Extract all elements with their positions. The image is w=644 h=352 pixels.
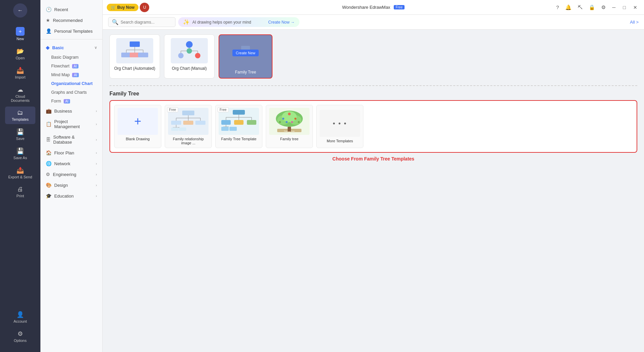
svg-rect-0	[130, 41, 140, 47]
toolbar-row: 🔍 ✨ AI drawing helps open your mind Crea…	[103, 15, 644, 30]
cloud-icon: ☁	[17, 86, 23, 93]
ft-card-family-rel[interactable]: Free	[165, 105, 212, 148]
ai-promo-text: AI drawing helps open your mind	[192, 20, 251, 25]
svg-rect-22	[182, 111, 194, 115]
sidebar-item-templates[interactable]: 🗂 Templates	[5, 107, 35, 124]
svg-point-54	[294, 118, 296, 120]
svg-point-15	[195, 53, 200, 58]
ft-card-family-tree-img[interactable]: Family Tree Family tree	[266, 105, 313, 148]
svg-point-55	[279, 121, 281, 123]
app-wrapper: ← ＋ New 📂 Open 📥 Import ☁ Cloud Document…	[0, 0, 644, 352]
sidebar-item-engineering[interactable]: ⚙ Engineering ›	[40, 169, 102, 180]
templates-icon: 🗂	[17, 109, 23, 116]
project-chevron-icon: ›	[96, 122, 97, 126]
toolbar-right: All >	[630, 20, 639, 25]
sidebar-item-save-as[interactable]: 💾 Save As	[5, 145, 35, 163]
engineering-chevron-icon: ›	[96, 172, 97, 176]
user-avatar[interactable]: U	[140, 3, 149, 12]
share-button[interactable]: ⛏	[576, 3, 585, 11]
sidebar-subitem-org-chart[interactable]: Organizational Chart	[40, 79, 102, 88]
personal-icon: 👤	[46, 28, 52, 34]
blank-preview: +	[118, 108, 158, 135]
recommended-icon: ★	[46, 18, 50, 23]
sidebar-item-import[interactable]: 📥 Import	[5, 64, 35, 82]
ai-promo-create-button[interactable]: Create Now →	[268, 20, 295, 25]
sidebar-item-floor-plan[interactable]: 🏠 Floor Plan ›	[40, 147, 102, 158]
second-sidebar: 🕐 Recent ★ Recommended 👤 Personal Templa…	[40, 0, 103, 352]
back-button[interactable]: ←	[13, 3, 27, 18]
svg-rect-8	[138, 53, 148, 57]
export-icon: 📤	[17, 167, 24, 174]
sidebar-item-design[interactable]: 🎨 Design ›	[40, 180, 102, 190]
sidebar-item-new[interactable]: ＋ New	[5, 24, 35, 43]
sidebar-item-basic[interactable]: ◆ Basic ∨	[40, 42, 102, 53]
svg-rect-42	[234, 120, 244, 125]
new-icon: ＋	[16, 27, 25, 36]
content-area: Org Chart (Automated)	[103, 30, 644, 352]
sidebar-item-recommended[interactable]: ★ Recommended	[40, 15, 102, 26]
search-box[interactable]: 🔍	[108, 17, 175, 27]
sidebar-item-print[interactable]: 🖨 Print	[5, 183, 35, 201]
ft-card-blank[interactable]: + Blank Drawing	[114, 105, 161, 148]
notification-button[interactable]: 🔔	[563, 3, 574, 12]
floor-plan-chevron-icon: ›	[96, 151, 97, 155]
templates-area: Org Chart (Automated)	[103, 30, 644, 166]
sidebar-item-account[interactable]: 👤 Account	[5, 308, 35, 326]
sidebar-subitem-graphs[interactable]: Graphs and Charts	[40, 88, 102, 97]
ai-badge-flowchart: AI	[72, 64, 78, 68]
top-templates-row: Org Chart (Automated)	[109, 34, 637, 79]
basic-icon: ◆	[46, 45, 50, 50]
sidebar-item-save[interactable]: 💾 Save	[5, 125, 35, 143]
template-card-family-tree[interactable]: Create New Family Tree	[219, 34, 272, 79]
svg-point-9	[186, 41, 193, 48]
design-icon: 🎨	[46, 182, 52, 188]
template-card-org-auto[interactable]: Org Chart (Automated)	[109, 34, 160, 79]
create-new-inner-button[interactable]: Create New	[232, 50, 259, 56]
org-manual-label: Org Chart (Manual)	[172, 66, 206, 71]
close-button[interactable]: ✕	[631, 3, 640, 11]
business-icon: 💼	[46, 108, 52, 114]
svg-rect-33	[171, 127, 179, 131]
import-icon: 📥	[17, 67, 24, 74]
sidebar-item-education[interactable]: 🎓 Education ›	[40, 190, 102, 201]
all-link[interactable]: All >	[630, 20, 639, 25]
sidebar-item-recent[interactable]: 🕐 Recent	[40, 4, 102, 15]
free-badge: Free	[394, 5, 405, 9]
sidebar-item-software-database[interactable]: 🗄 Software & Database ›	[40, 132, 102, 147]
sidebar-subitem-basic-diagram[interactable]: Basic Diagram	[40, 53, 102, 62]
sidebar-item-business[interactable]: 💼 Business ›	[40, 106, 102, 116]
sidebar-item-export[interactable]: 📤 Export & Send	[5, 164, 35, 182]
sidebar-item-options[interactable]: ⚙ Options	[5, 327, 35, 345]
ft-card-more[interactable]: • • • More Templates	[316, 105, 363, 148]
sidebar-item-project-management[interactable]: 📋 Project Management ›	[40, 116, 102, 132]
svg-rect-29	[183, 121, 193, 125]
ft-template-label: Family Tree Template	[221, 137, 257, 141]
account-icon: 👤	[17, 311, 24, 318]
sidebar-subitem-flowchart[interactable]: Flowchart AI	[40, 62, 102, 70]
design-chevron-icon: ›	[96, 183, 97, 187]
ft-card-ft-template[interactable]: Free	[215, 105, 262, 148]
svg-rect-43	[247, 120, 256, 125]
basic-chevron-icon: ∨	[94, 46, 97, 50]
sidebar-subitem-mind-map[interactable]: Mind Map AI	[40, 70, 102, 79]
lock-button[interactable]: 🔒	[587, 3, 597, 12]
settings-button[interactable]: ⚙	[599, 3, 608, 12]
maximize-button[interactable]: □	[620, 3, 629, 11]
ai-promo-banner[interactable]: ✨ AI drawing helps open your mind Create…	[178, 17, 299, 27]
free-tag-family-rel: Free	[167, 107, 178, 112]
svg-point-52	[288, 113, 291, 115]
search-input[interactable]	[121, 20, 168, 25]
sidebar-item-personal-templates[interactable]: 👤 Personal Templates	[40, 26, 102, 36]
help-button[interactable]: ?	[554, 3, 561, 11]
family-tree-templates-box: + Blank Drawing Free	[109, 100, 637, 153]
sidebar-item-open[interactable]: 📂 Open	[5, 45, 35, 63]
svg-point-56	[286, 121, 288, 123]
business-chevron-icon: ›	[96, 109, 97, 113]
sidebar-item-network[interactable]: 🌐 Network ›	[40, 158, 102, 169]
buy-now-button[interactable]: 🛒 Buy Now	[107, 4, 138, 11]
minimize-button[interactable]: ─	[610, 3, 618, 11]
sidebar-subitem-form[interactable]: Form AI	[40, 97, 102, 106]
sidebar-item-cloud[interactable]: ☁ Cloud Documents	[5, 83, 35, 105]
education-chevron-icon: ›	[96, 194, 97, 198]
template-card-org-manual[interactable]: Org Chart (Manual)	[164, 34, 215, 79]
